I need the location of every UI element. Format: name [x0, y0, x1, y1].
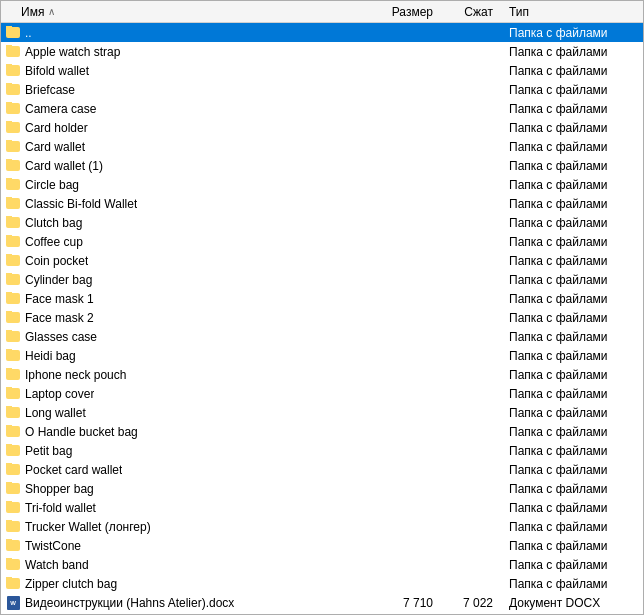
- file-name-cell: ..: [1, 26, 371, 40]
- file-name-text: Laptop cover: [25, 387, 94, 401]
- file-name-cell: Face mask 1: [1, 292, 371, 306]
- table-row[interactable]: Card wallet (1)Папка с файлами: [1, 156, 643, 175]
- file-name-cell: Card wallet: [1, 140, 371, 154]
- file-name-cell: Heidi bag: [1, 349, 371, 363]
- file-type-cell: Папка с файлами: [501, 387, 643, 401]
- table-row[interactable]: Pocket card walletПапка с файлами: [1, 460, 643, 479]
- table-row[interactable]: Card holderПапка с файлами: [1, 118, 643, 137]
- folder-icon: [5, 235, 21, 249]
- table-row[interactable]: Circle bagПапка с файлами: [1, 175, 643, 194]
- file-name-cell: Apple watch strap: [1, 45, 371, 59]
- file-type-cell: Папка с файлами: [501, 26, 643, 40]
- folder-icon: [5, 159, 21, 173]
- col-type-header[interactable]: Тип: [501, 5, 643, 19]
- table-row[interactable]: Cylinder bagПапка с файлами: [1, 270, 643, 289]
- table-row[interactable]: Face mask 1Папка с файлами: [1, 289, 643, 308]
- file-name-cell: Clutch bag: [1, 216, 371, 230]
- table-row[interactable]: WВидеоинструкции (Hahns Atelier).docx7 7…: [1, 593, 643, 612]
- file-type-cell: Папка с файлами: [501, 330, 643, 344]
- table-row[interactable]: Face mask 2Папка с файлами: [1, 308, 643, 327]
- table-row[interactable]: Petit bagПапка с файлами: [1, 441, 643, 460]
- type-label: Тип: [509, 5, 529, 19]
- folder-icon: [5, 273, 21, 287]
- file-name-text: Classic Bi-fold Wallet: [25, 197, 137, 211]
- col-name-header[interactable]: Имя ∧: [1, 5, 371, 19]
- table-row[interactable]: Camera caseПапка с файлами: [1, 99, 643, 118]
- file-type-cell: Папка с файлами: [501, 539, 643, 553]
- file-type-cell: Папка с файлами: [501, 254, 643, 268]
- folder-icon: [5, 501, 21, 515]
- table-row[interactable]: O Handle bucket bagПапка с файлами: [1, 422, 643, 441]
- file-name-cell: Coffee cup: [1, 235, 371, 249]
- table-row[interactable]: Long walletПапка с файлами: [1, 403, 643, 422]
- file-type-cell: Папка с файлами: [501, 425, 643, 439]
- table-row[interactable]: Zipper clutch bagПапка с файлами: [1, 574, 643, 593]
- table-row[interactable]: BriefcaseПапка с файлами: [1, 80, 643, 99]
- table-row[interactable]: Heidi bagПапка с файлами: [1, 346, 643, 365]
- folder-icon: [5, 121, 21, 135]
- file-type-cell: Папка с файлами: [501, 121, 643, 135]
- folder-icon: [5, 444, 21, 458]
- file-name-cell: Pocket card wallet: [1, 463, 371, 477]
- folder-icon: [5, 26, 21, 40]
- file-name-cell: Bifold wallet: [1, 64, 371, 78]
- file-name-cell: Briefcase: [1, 83, 371, 97]
- file-name-text: Trucker Wallet (лонгер): [25, 520, 151, 534]
- file-type-cell: Папка с файлами: [501, 406, 643, 420]
- file-type-cell: Папка с файлами: [501, 368, 643, 382]
- folder-icon: [5, 558, 21, 572]
- file-name-text: Watch band: [25, 558, 89, 572]
- folder-icon: [5, 292, 21, 306]
- table-row[interactable]: Classic Bi-fold WalletПапка с файлами: [1, 194, 643, 213]
- folder-icon: [5, 64, 21, 78]
- column-header: Имя ∧ Размер Сжат Тип: [1, 1, 643, 23]
- file-name-text: Long wallet: [25, 406, 86, 420]
- file-type-cell: Папка с файлами: [501, 558, 643, 572]
- table-row[interactable]: Coffee cupПапка с файлами: [1, 232, 643, 251]
- file-name-cell: Petit bag: [1, 444, 371, 458]
- table-row[interactable]: TwistConeПапка с файлами: [1, 536, 643, 555]
- file-type-cell: Папка с файлами: [501, 159, 643, 173]
- col-compressed-header[interactable]: Сжат: [441, 5, 501, 19]
- folder-icon: [5, 140, 21, 154]
- table-row[interactable]: Laptop coverПапка с файлами: [1, 384, 643, 403]
- table-row[interactable]: Watch bandПапка с файлами: [1, 555, 643, 574]
- file-name-text: Zipper clutch bag: [25, 577, 117, 591]
- table-row[interactable]: Card walletПапка с файлами: [1, 137, 643, 156]
- file-name-cell: Trucker Wallet (лонгер): [1, 520, 371, 534]
- file-name-cell: Camera case: [1, 102, 371, 116]
- folder-icon: [5, 45, 21, 59]
- table-row[interactable]: Tri-fold walletПапка с файлами: [1, 498, 643, 517]
- table-row[interactable]: Bifold walletПапка с файлами: [1, 61, 643, 80]
- folder-icon: [5, 330, 21, 344]
- file-name-cell: Long wallet: [1, 406, 371, 420]
- table-row[interactable]: Apple watch strapПапка с файлами: [1, 42, 643, 61]
- compressed-label: Сжат: [464, 5, 493, 19]
- folder-icon: [5, 387, 21, 401]
- file-compressed-cell: 7 022: [441, 596, 501, 610]
- file-name-cell: WВидеоинструкции (Hahns Atelier).docx: [1, 596, 371, 610]
- file-type-cell: Папка с файлами: [501, 216, 643, 230]
- table-row[interactable]: Glasses caseПапка с файлами: [1, 327, 643, 346]
- table-row[interactable]: Trucker Wallet (лонгер)Папка с файлами: [1, 517, 643, 536]
- file-size-cell: 7 710: [371, 596, 441, 610]
- file-name-text: Card wallet (1): [25, 159, 103, 173]
- folder-icon: [5, 425, 21, 439]
- file-name-text: Circle bag: [25, 178, 79, 192]
- table-row[interactable]: Clutch bagПапка с файлами: [1, 213, 643, 232]
- file-name-text: Tri-fold wallet: [25, 501, 96, 515]
- folder-icon: [5, 463, 21, 477]
- table-row[interactable]: Shopper bagПапка с файлами: [1, 479, 643, 498]
- file-name-text: Face mask 2: [25, 311, 94, 325]
- table-row[interactable]: ..Папка с файлами: [1, 23, 643, 42]
- file-list[interactable]: ..Папка с файламиApple watch strapПапка …: [1, 23, 643, 614]
- file-name-text: Видеоинструкции (Hahns Atelier).docx: [25, 596, 234, 610]
- folder-icon: [5, 83, 21, 97]
- file-type-cell: Папка с файлами: [501, 273, 643, 287]
- file-name-text: Pocket card wallet: [25, 463, 122, 477]
- table-row[interactable]: Coin pocketПапка с файлами: [1, 251, 643, 270]
- file-name-text: Cylinder bag: [25, 273, 92, 287]
- col-size-header[interactable]: Размер: [371, 5, 441, 19]
- table-row[interactable]: Iphone neck pouchПапка с файлами: [1, 365, 643, 384]
- file-name-cell: Face mask 2: [1, 311, 371, 325]
